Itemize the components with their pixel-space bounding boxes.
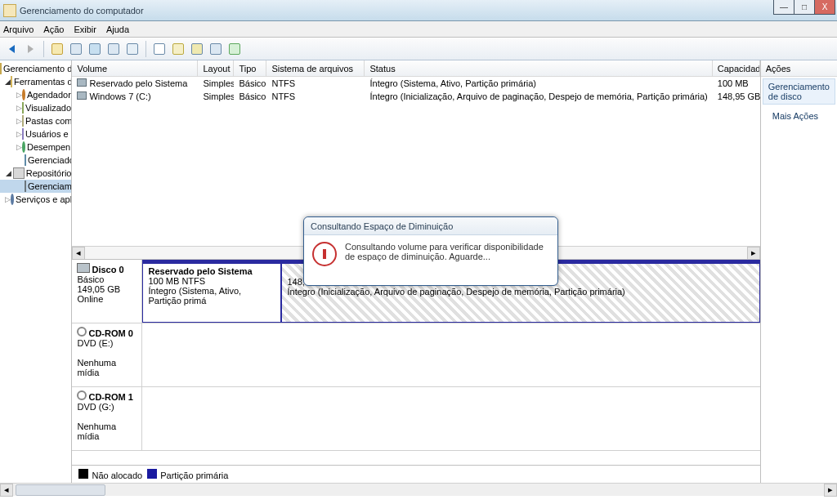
tree-tools-label: Ferramentas do sistema: [14, 77, 71, 87]
disk-type: DVD (G:): [77, 402, 137, 412]
cell-fs: NTFS: [266, 78, 365, 88]
tool-button-8[interactable]: [189, 41, 205, 57]
partition-size: 100 MB NTFS: [148, 276, 275, 286]
menu-help[interactable]: Ajuda: [106, 25, 129, 34]
partition-name: Reservado pelo Sistema: [148, 266, 252, 276]
back-button[interactable]: [3, 41, 20, 57]
disk-title: CD-ROM 1: [88, 392, 132, 402]
menu-action[interactable]: Ação: [43, 25, 64, 34]
tool-button-10[interactable]: [226, 41, 243, 57]
cell-layout: Simples: [198, 91, 234, 101]
actions-more[interactable]: Mais Ações: [761, 106, 837, 126]
scrollbar-thumb[interactable]: [16, 484, 105, 496]
scroll-left-icon[interactable]: ◂: [72, 247, 85, 260]
clock-icon: [22, 89, 25, 100]
users-icon: [22, 128, 24, 140]
tree-devmgr-label: Gerenciador de Disposit: [28, 155, 71, 165]
tree-devmgr[interactable]: Gerenciador de Disposit: [0, 154, 71, 167]
actions-subheader[interactable]: Gerenciamento de disco: [763, 78, 835, 105]
tree-shared[interactable]: ▷Pastas compartilhadas: [0, 114, 71, 127]
tool-button-5[interactable]: [124, 41, 141, 57]
tree-diskmgmt[interactable]: Gerenciamento de disco: [0, 180, 71, 193]
table-row[interactable]: Reservado pelo Sistema Simples Básico NT…: [72, 77, 759, 90]
tool-button-7[interactable]: [170, 41, 186, 57]
storage-icon: [13, 167, 25, 179]
disk-row-cd1: CD-ROM 1 DVD (G:) Nenhuma mídia: [72, 387, 759, 451]
disk-type: DVD (E:): [77, 338, 137, 348]
tree-scheduler-label: Agendador de Tarefas: [27, 90, 71, 100]
legend-unalloc-icon: [78, 469, 88, 479]
legend-unalloc-label: Não alocado: [92, 471, 142, 480]
dialog-text: Consultando volume para verificar dispon…: [345, 242, 549, 261]
disk-info[interactable]: CD-ROM 0 DVD (E:) Nenhuma mídia: [72, 323, 142, 386]
disk-type: Básico: [77, 274, 137, 284]
share-icon: [22, 115, 24, 127]
folder-icon: [11, 76, 12, 87]
table-row[interactable]: Windows 7 (C:) Simples Básico NTFS Ínteg…: [72, 90, 759, 103]
menu-file[interactable]: Arquivo: [3, 25, 34, 34]
scroll-right-icon[interactable]: ▸: [747, 247, 760, 260]
partition-reserved[interactable]: Reservado pelo Sistema 100 MB NTFS Ínteg…: [142, 260, 281, 323]
tree-scheduler[interactable]: ▷Agendador de Tarefas: [0, 88, 71, 101]
cell-capacity: 148,95 GB: [713, 91, 760, 101]
tree-shared-label: Pastas compartilhadas: [25, 116, 71, 126]
cell-layout: Simples: [198, 78, 234, 88]
col-fs[interactable]: Sistema de arquivos: [266, 60, 365, 76]
tool-button-2[interactable]: [68, 41, 84, 57]
cd-icon: [77, 390, 87, 400]
shrink-dialog: Consultando Espaço de Diminuição Consult…: [303, 216, 558, 286]
separator: [43, 41, 44, 57]
tree-diskmgmt-label: Gerenciamento de disco: [28, 181, 71, 191]
disk-state: Online: [77, 294, 137, 304]
tree-system-tools[interactable]: ◢Ferramentas do sistema: [0, 75, 71, 88]
tree-pane: Gerenciamento do computado ◢Ferramentas …: [0, 60, 72, 483]
tool-button-6[interactable]: [151, 41, 168, 57]
legend: Não alocado Partição primária: [72, 465, 759, 483]
separator: [145, 41, 146, 57]
tree-perf[interactable]: ▷Desempenho: [0, 140, 71, 154]
tool-button-3[interactable]: [87, 41, 103, 57]
toolbar: [0, 38, 837, 60]
disk-info[interactable]: Disco 0 Básico 149,05 GB Online: [72, 260, 142, 323]
disk-size: 149,05 GB: [77, 284, 137, 294]
maximize-button[interactable]: □: [794, 0, 815, 15]
col-volume[interactable]: Volume: [72, 60, 198, 76]
forward-button[interactable]: [22, 41, 38, 57]
disk-info[interactable]: CD-ROM 1 DVD (G:) Nenhuma mídia: [72, 387, 142, 450]
col-type[interactable]: Tipo: [234, 60, 266, 76]
tool-button-1[interactable]: [49, 41, 65, 57]
tree-users-label: Usuários e Grupos Loca: [25, 129, 71, 139]
minimize-button[interactable]: —: [773, 0, 794, 15]
tool-button-9[interactable]: [208, 41, 224, 57]
scroll-left-icon[interactable]: ◂: [0, 484, 13, 497]
close-button[interactable]: X: [814, 0, 835, 15]
tree-root[interactable]: Gerenciamento do computado: [0, 62, 71, 75]
tree-events[interactable]: ▷Visualizador de Eventos: [0, 101, 71, 114]
dialog-title: Consultando Espaço de Diminuição: [304, 217, 557, 235]
scroll-right-icon[interactable]: ▸: [824, 484, 837, 497]
menu-view[interactable]: Exibir: [74, 25, 96, 34]
legend-primary-icon: [147, 469, 157, 479]
tree-storage[interactable]: ◢Repositório: [0, 167, 71, 180]
tree-perf-label: Desempenho: [27, 142, 71, 152]
tree-events-label: Visualizador de Eventos: [25, 103, 71, 113]
disk-state: Nenhuma mídia: [77, 421, 137, 441]
cell-volume: Windows 7 (C:): [89, 91, 150, 101]
perf-icon: [22, 141, 25, 153]
window-title: Gerenciamento do computador: [20, 6, 144, 16]
tool-button-4[interactable]: [105, 41, 122, 57]
cell-status: Íntegro (Inicialização, Arquivo de pagin…: [365, 91, 712, 101]
app-icon: [3, 4, 16, 17]
cell-type: Básico: [234, 78, 266, 88]
tree-users[interactable]: ▷Usuários e Grupos Loca: [0, 127, 71, 140]
col-capacity[interactable]: Capacidad: [713, 60, 760, 76]
h-scrollbar-bottom[interactable]: ◂ ▸: [0, 483, 837, 496]
cd-icon: [77, 327, 87, 337]
title-bar: Gerenciamento do computador — □ X: [0, 0, 837, 21]
partition-status: Íntegro (Sistema, Ativo, Partição primá: [148, 286, 275, 306]
tree-services[interactable]: ▷Serviços e aplicativos: [0, 193, 71, 206]
col-status[interactable]: Status: [365, 60, 712, 76]
col-layout[interactable]: Layout: [198, 60, 234, 76]
device-icon: [25, 154, 26, 166]
partition-status: Íntegro (Inicialização, Arquivo de pagin…: [287, 287, 754, 297]
